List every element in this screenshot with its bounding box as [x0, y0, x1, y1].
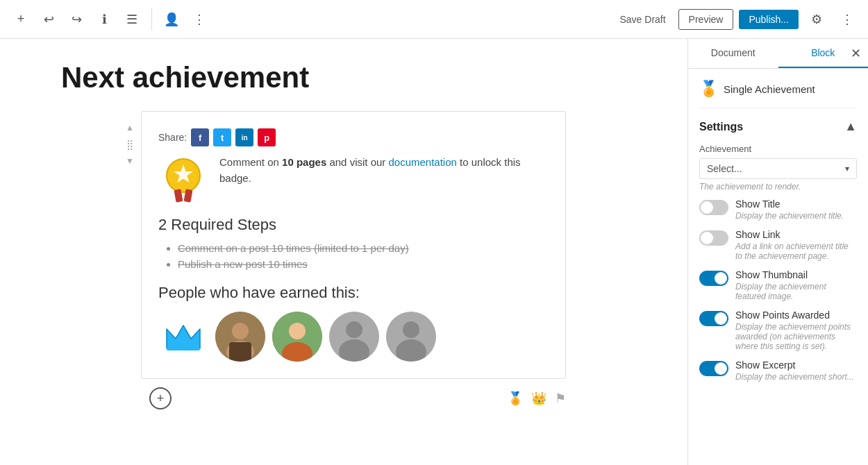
footer-icons: 🏅 👑 ⚑	[508, 391, 566, 406]
move-down-button[interactable]: ▼	[122, 153, 138, 169]
sidebar-tabs: Document Block ✕	[688, 39, 868, 69]
show-points-toggle[interactable]	[699, 311, 728, 326]
pinterest-button[interactable]: p	[258, 128, 276, 146]
show-excerpt-toggle[interactable]	[699, 361, 728, 376]
achievement-field-label: Achievement	[699, 144, 857, 154]
toggle-show-link: Show Link Add a link on achievement titl…	[699, 229, 857, 261]
list-icon: ☰	[126, 12, 137, 27]
facebook-button[interactable]: f	[191, 128, 209, 146]
tab-document[interactable]: Document	[688, 39, 778, 68]
toggle-text: Show Points Awarded Display the achievem…	[735, 310, 857, 351]
toggle-hint: Display the achievement points awarded (…	[735, 322, 857, 351]
achievement-avatars	[158, 312, 549, 362]
publish-button[interactable]: Publish...	[739, 10, 799, 29]
toggle-hint: Add a link on achievement title to the a…	[735, 242, 857, 261]
toggle-hint: Display the achievement featured image.	[735, 282, 857, 301]
toggle-knob	[701, 232, 713, 244]
drag-handle[interactable]: ⣿	[125, 136, 135, 153]
achievement-select-value: Select...	[707, 163, 845, 174]
svg-marker-4	[167, 326, 200, 348]
toggle-hint: Display the achievement short...	[735, 372, 857, 382]
preview-button[interactable]: Preview	[678, 9, 734, 30]
settings-header-row: Settings ▲	[699, 119, 857, 134]
editor-footer: + 🏅 👑 ⚑	[122, 379, 566, 409]
show-thumbnail-toggle[interactable]	[699, 271, 728, 286]
toggle-show-excerpt: Show Excerpt Display the achievement sho…	[699, 360, 857, 382]
svg-rect-5	[167, 347, 200, 350]
add-block-footer-button[interactable]: +	[149, 387, 172, 409]
info-button[interactable]: ℹ	[92, 7, 117, 32]
sidebar: Document Block ✕ 🏅 Single Achievement Se…	[687, 39, 868, 465]
settings-button[interactable]: ⚙	[804, 7, 829, 32]
kebab-icon: ⋮	[841, 12, 853, 27]
save-draft-button[interactable]: Save Draft	[612, 10, 672, 29]
undo-button[interactable]: ↩	[36, 7, 61, 32]
toggle-label: Show Link	[735, 229, 857, 240]
flag-icon[interactable]: ⚑	[555, 391, 566, 406]
toggle-track	[699, 361, 728, 376]
toggle-label: Show Title	[735, 198, 857, 210]
toggle-text: Show Excerpt Display the achievement sho…	[735, 360, 857, 382]
achievement-select[interactable]: Select... ▾	[699, 158, 857, 179]
toggle-label: Show Thumbnail	[735, 269, 857, 280]
more-icon: ⋮	[193, 12, 206, 27]
toggle-show-title: Show Title Display the achievement title…	[699, 198, 857, 221]
toggle-knob	[715, 362, 727, 375]
info-icon: ℹ	[102, 12, 107, 27]
achievement-desc-text: Comment on 10 pages and visit our docume…	[219, 155, 549, 186]
toggle-text: Show Thumbnail Display the achievement f…	[735, 269, 857, 301]
more-button[interactable]: ⋮	[187, 7, 212, 32]
add-block-button[interactable]: +	[8, 7, 33, 32]
achievement-block-icon: 🏅	[699, 80, 718, 98]
achievement-header: Comment on 10 pages and visit our docume…	[158, 155, 549, 205]
toggle-knob	[701, 201, 713, 214]
linkedin-button[interactable]: in	[235, 128, 253, 146]
avatar-placeholder-1	[329, 312, 379, 362]
sidebar-close-button[interactable]: ✕	[851, 46, 861, 61]
gear-icon: ⚙	[811, 12, 822, 27]
achievement-block: Share: f t in p	[141, 111, 566, 379]
toggle-text: Show Link Add a link on achievement titl…	[735, 229, 857, 261]
toggle-track	[699, 200, 728, 215]
avatar-button[interactable]: 👤	[159, 7, 184, 32]
show-title-toggle[interactable]	[699, 200, 728, 215]
share-label: Share:	[158, 132, 187, 143]
toolbar-separator	[151, 8, 152, 31]
chevron-down-icon: ▾	[845, 164, 849, 174]
toggle-track	[699, 271, 728, 286]
documentation-link[interactable]: documentation	[388, 156, 456, 168]
block-type-header: 🏅 Single Achievement	[699, 80, 857, 108]
toggle-track	[699, 311, 728, 326]
avatar-placeholder-2	[386, 312, 436, 362]
toggle-show-points: Show Points Awarded Display the achievem…	[699, 310, 857, 351]
crown-footer-icon[interactable]: 👑	[531, 391, 546, 406]
achievement-icon[interactable]: 🏅	[508, 391, 523, 406]
avatar-person-2	[272, 312, 322, 362]
add-icon: +	[17, 12, 25, 26]
toggle-knob	[715, 272, 727, 285]
block-container: ▲ ⣿ ▼ Share: f t in p	[122, 111, 566, 379]
svg-point-7	[232, 323, 249, 339]
show-link-toggle[interactable]	[699, 230, 728, 246]
step-item: Comment on a post 10 times (limited to 1…	[178, 242, 549, 254]
main-area: Next achievement ▲ ⣿ ▼ Share: f t in p	[0, 39, 868, 465]
move-up-button[interactable]: ▲	[122, 119, 138, 136]
svg-point-17	[403, 321, 419, 338]
achievement-description: Comment on 10 pages and visit our docume…	[219, 155, 549, 186]
svg-point-14	[346, 321, 362, 338]
editor-area: Next achievement ▲ ⣿ ▼ Share: f t in p	[0, 39, 687, 465]
toggle-text: Show Title Display the achievement title…	[735, 198, 857, 221]
redo-button[interactable]: ↪	[64, 7, 89, 32]
toolbar-more-button[interactable]: ⋮	[835, 7, 860, 32]
achievement-badge	[158, 155, 208, 205]
avatar-icon: 👤	[164, 12, 179, 27]
twitter-button[interactable]: t	[213, 128, 231, 146]
redo-icon: ↪	[72, 12, 82, 27]
share-row: Share: f t in p	[158, 128, 549, 146]
avatar-person-1	[215, 312, 265, 362]
toolbar-left: + ↩ ↪ ℹ ☰ 👤 ⋮	[8, 7, 212, 32]
main-toolbar: + ↩ ↪ ℹ ☰ 👤 ⋮ Save Draft Preview Publish…	[0, 0, 868, 39]
undo-icon: ↩	[44, 12, 54, 27]
settings-collapse-button[interactable]: ▲	[844, 119, 857, 134]
list-view-button[interactable]: ☰	[119, 7, 144, 32]
